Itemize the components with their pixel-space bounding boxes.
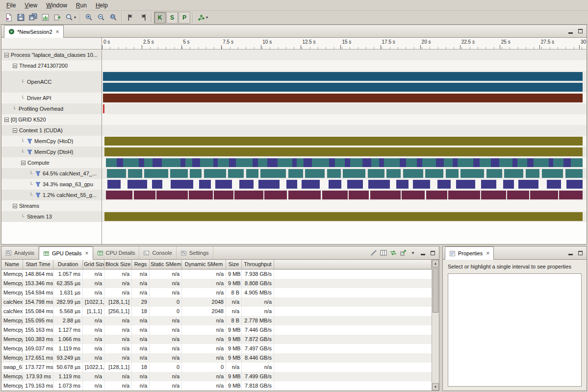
column-header-grid-size[interactable]: Grid Size — [83, 260, 104, 270]
tab-properties[interactable]: Properties × — [445, 246, 494, 260]
menu-run[interactable]: Run — [72, 0, 91, 10]
maximize-properties-button[interactable] — [576, 248, 585, 257]
tree-row-driver-api[interactable]: └Driver API — [1, 93, 102, 103]
column-header-duration[interactable]: Duration — [53, 260, 83, 270]
close-tab-icon[interactable]: × — [55, 28, 59, 35]
column-header-block-size[interactable]: Block Size — [104, 260, 132, 270]
scrollbar-thumb[interactable] — [433, 268, 438, 313]
save-session-button[interactable] — [15, 12, 26, 24]
timeline-track-profiling-overhead[interactable] — [102, 103, 587, 114]
timeline-track-driver-api[interactable] — [102, 93, 587, 103]
stream-13-bar[interactable] — [104, 212, 583, 221]
tree-row-context-1[interactable]: Context 1 (CUDA) — [1, 125, 102, 136]
timeline-track-stream-13[interactable] — [102, 211, 587, 222]
table-row[interactable]: Memcpy155.163 ms1.127 msn/an/an/an/an/a9… — [1, 325, 432, 335]
timeline-track-kernel-calcnext47[interactable] — [102, 168, 587, 179]
collapse-icon[interactable] — [4, 53, 9, 57]
run-analysis-button[interactable]: ▾ — [196, 12, 209, 24]
tree-row-compute[interactable]: Compute — [1, 157, 102, 168]
vertical-scrollbar[interactable]: ▲ ▼ — [432, 260, 439, 391]
kernel-calcnext47-bar[interactable] — [103, 169, 583, 178]
tree-row-thread[interactable]: Thread 2741307200 — [1, 60, 102, 71]
compare-icon[interactable] — [389, 248, 398, 257]
show-chart-button[interactable] — [39, 12, 51, 24]
timeline-track-process[interactable] — [102, 49, 587, 60]
menu-window[interactable]: Window — [42, 0, 72, 10]
trace-icon[interactable] — [369, 248, 378, 257]
export-profile-button[interactable] — [51, 12, 63, 24]
tree-row-grid-k520[interactable]: [0] GRID K520 — [1, 114, 102, 125]
next-marker-button[interactable] — [125, 12, 136, 24]
tree-row-memcpy-dtoh[interactable]: └MemCpy (DtoH) — [1, 147, 102, 157]
kernel-swap63-bar[interactable] — [103, 180, 583, 189]
maximize-details-button[interactable] — [428, 248, 437, 257]
compute-bar[interactable] — [103, 158, 583, 167]
toggle-stream-button[interactable]: S — [166, 12, 178, 24]
collapse-icon[interactable] — [21, 161, 26, 165]
tab-console[interactable]: Console — [139, 246, 176, 259]
export-details-icon[interactable] — [399, 248, 408, 257]
timeline-track-kernel-calcnext55[interactable] — [102, 190, 587, 200]
table-row[interactable]: Memcpy179.163 ms1.073 msn/an/an/an/an/a9… — [1, 381, 432, 391]
timeline-track-memcpy-htod[interactable] — [102, 136, 587, 147]
scroll-down-icon[interactable]: ▼ — [432, 383, 439, 391]
table-row[interactable]: Memcpy169.037 ms1.119 msn/an/an/an/an/a9… — [1, 344, 432, 353]
filter-icon[interactable] — [27, 139, 32, 144]
zoom-out-button[interactable] — [95, 12, 107, 24]
column-header-name[interactable]: Name — [1, 260, 23, 270]
openacc-bar[interactable] — [103, 72, 583, 81]
close-tab-icon[interactable]: × — [84, 250, 89, 257]
column-header-start-time[interactable]: Start Time — [23, 260, 53, 270]
column-header-size[interactable]: Size — [226, 260, 242, 270]
kernel-calcnext55-bar[interactable] — [103, 191, 583, 199]
collapse-icon[interactable] — [13, 204, 17, 208]
collapse-icon[interactable] — [13, 128, 17, 133]
table-row[interactable]: Memcpy154.594 ms1.631 µsn/an/an/an/an/a8… — [1, 288, 432, 297]
zoom-mode-button[interactable]: ▾ — [64, 12, 77, 24]
table-row[interactable]: Memcpy153.346 ms62.355 µsn/an/an/an/an/a… — [1, 279, 432, 288]
tab-session[interactable]: *NewSession2 × — [4, 25, 64, 38]
tab-settings[interactable]: Settings — [177, 246, 213, 259]
timeline-track-grid-k520[interactable] — [102, 114, 587, 125]
tab-gpu-details[interactable]: GPU Details× — [39, 246, 93, 260]
timeline-track-memcpy-dtoh[interactable] — [102, 147, 587, 157]
memcpy-dtoh-bar[interactable] — [104, 147, 583, 156]
filter-icon[interactable] — [35, 182, 41, 187]
tree-row-memcpy-htod[interactable]: └MemCpy (HtoD) — [1, 136, 102, 147]
table-row[interactable]: swap_63_gpu173.727 ms50.678 µs[1022,1,1]… — [1, 363, 432, 372]
table-row[interactable]: Memcpy173.93 ms1.119 msn/an/an/an/an/a9 … — [1, 372, 432, 381]
timeline-ruler[interactable]: 0 s2.5 s5 s7.5 s10 s12.5 s15 s17.5 s20 s… — [102, 38, 587, 49]
scroll-up-icon[interactable]: ▲ — [432, 260, 439, 267]
table-row[interactable]: calcNext155.084 ms5.568 µs[1,1,1][256,1,… — [1, 307, 432, 316]
new-session-button[interactable] — [2, 12, 14, 24]
filter-icon[interactable] — [27, 149, 32, 155]
table-row[interactable]: Memcpy172.651 ms93.249 µsn/an/an/an/an/a… — [1, 353, 432, 363]
table-row[interactable]: Memcpy160.383 ms1.066 msn/an/an/an/an/a9… — [1, 335, 432, 344]
openacc-bar[interactable] — [103, 83, 583, 92]
zoom-reset-button[interactable] — [107, 12, 119, 24]
filter-icon[interactable] — [35, 171, 41, 176]
column-header-regs[interactable]: Regs — [132, 260, 150, 270]
minimize-properties-button[interactable] — [566, 248, 575, 257]
menu-view[interactable]: View — [20, 0, 42, 10]
timeline-track-streams[interactable] — [102, 200, 587, 211]
profiling-overhead-bar[interactable] — [103, 104, 104, 113]
columns-icon[interactable] — [379, 248, 388, 257]
tree-row-kernel-swap63[interactable]: └34.3% swap_63_gpu — [1, 179, 102, 190]
timeline-track-thread[interactable] — [102, 60, 587, 71]
collapse-icon[interactable] — [13, 64, 17, 68]
column-header-throughput[interactable]: Throughput — [242, 260, 274, 270]
tab-analysis[interactable]: Analysis — [1, 246, 39, 259]
tree-row-process[interactable]: Process "laplace_data_clauses 10... — [1, 49, 102, 60]
save-all-button[interactable] — [27, 12, 39, 24]
tree-row-openacc[interactable]: └OpenACC — [1, 71, 102, 93]
prev-marker-button[interactable] — [137, 12, 149, 24]
menu-file[interactable]: File — [2, 0, 20, 10]
maximize-timeline-button[interactable] — [576, 27, 585, 36]
timeline-track-context-1[interactable] — [102, 125, 587, 136]
timeline-track-compute[interactable] — [102, 157, 587, 168]
table-row[interactable]: calcNext154.798 ms282.99 µs[1022,1,1][12… — [1, 297, 432, 307]
tree-row-profiling-overhead[interactable]: └Profiling Overhead — [1, 103, 102, 114]
column-header-dynamic-smem[interactable]: Dynamic SMem — [182, 260, 226, 270]
minimize-timeline-button[interactable] — [566, 27, 575, 36]
